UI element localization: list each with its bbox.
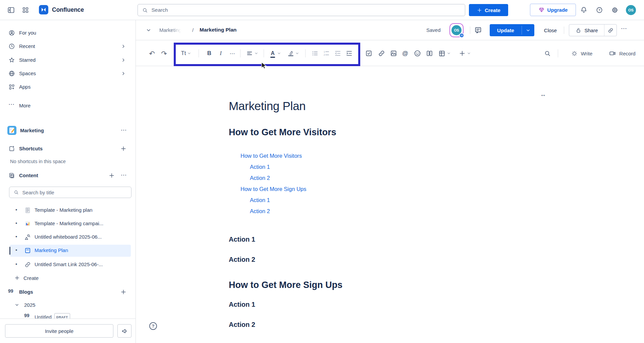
italic-button[interactable]: I bbox=[217, 49, 224, 58]
page-tree-item[interactable]: • Untitled whiteboard 2025-06... bbox=[0, 231, 136, 244]
update-button[interactable]: Update bbox=[490, 24, 534, 36]
chevron-right-icon[interactable] bbox=[120, 43, 126, 49]
action-heading[interactable]: Action 2 bbox=[229, 321, 255, 329]
page-title: Template - Marketing campai... bbox=[35, 220, 103, 226]
global-search[interactable] bbox=[138, 4, 465, 16]
create-button[interactable]: Create bbox=[469, 4, 508, 16]
expand-width-icon[interactable]: ↔ bbox=[540, 91, 546, 98]
upgrade-button[interactable]: Upgrade bbox=[530, 4, 576, 16]
add-content-icon[interactable] bbox=[108, 172, 115, 179]
close-button[interactable]: Close bbox=[540, 24, 560, 36]
presence-avatar[interactable]: OS O bbox=[449, 23, 464, 37]
content-section-header[interactable]: Content ⋯ bbox=[0, 169, 136, 182]
page-tree-item-selected[interactable]: • Marketing Plan bbox=[0, 244, 136, 257]
indent-icon[interactable] bbox=[345, 49, 353, 58]
share-button[interactable]: Share bbox=[569, 24, 604, 36]
toc-link[interactable]: Action 1 bbox=[250, 195, 306, 206]
action-heading[interactable]: Action 2 bbox=[229, 256, 255, 263]
page-more-actions-icon[interactable]: ⋯ bbox=[621, 25, 627, 32]
link-icon bbox=[607, 27, 614, 34]
global-search-input[interactable] bbox=[151, 7, 461, 13]
update-label[interactable]: Update bbox=[490, 24, 522, 36]
insert-link-icon[interactable] bbox=[378, 49, 385, 58]
add-blog-icon[interactable] bbox=[120, 289, 127, 295]
record-button[interactable]: Record bbox=[605, 49, 639, 58]
blog-year-group[interactable]: 2025 bbox=[0, 299, 136, 311]
emoji-icon[interactable] bbox=[414, 49, 421, 58]
editor-help-button[interactable]: ? bbox=[149, 322, 157, 330]
feedback-button[interactable] bbox=[117, 324, 131, 338]
content-search-input[interactable] bbox=[22, 190, 127, 195]
text-style-dropdown[interactable]: Tt bbox=[178, 49, 194, 58]
table-icon bbox=[438, 50, 446, 57]
update-options-chevron[interactable] bbox=[522, 24, 534, 36]
layouts-columns-icon[interactable] bbox=[426, 49, 433, 58]
highlight-color-dropdown[interactable] bbox=[286, 49, 301, 58]
sidebar-item-spaces[interactable]: Spaces bbox=[0, 67, 136, 80]
sidebar-item-more[interactable]: ⋯ More bbox=[0, 100, 136, 112]
heading-signups[interactable]: How to Get More Sign Ups bbox=[229, 280, 342, 290]
sidebar-item-apps[interactable]: Apps bbox=[0, 81, 136, 93]
sidebar-item-recent[interactable]: Recent bbox=[0, 40, 136, 52]
toc-link[interactable]: Action 2 bbox=[250, 173, 306, 184]
bold-button[interactable]: B bbox=[205, 49, 214, 58]
insert-image-icon[interactable] bbox=[390, 49, 397, 58]
undo-icon[interactable]: ↶ bbox=[148, 49, 156, 58]
shortcuts-empty-text: No shortcuts in this space bbox=[10, 159, 66, 164]
heading-visitors[interactable]: How to Get More Visitors bbox=[229, 127, 336, 138]
chevron-right-icon[interactable] bbox=[120, 70, 126, 77]
space-more-icon[interactable]: ⋯ bbox=[121, 127, 127, 134]
text-color-dropdown[interactable]: A bbox=[269, 49, 283, 58]
app-switcher-icon[interactable] bbox=[22, 6, 29, 14]
collapse-sidebar-icon[interactable] bbox=[7, 6, 15, 14]
shortcuts-section-header[interactable]: Shortcuts bbox=[0, 143, 136, 155]
breadcrumb-page[interactable]: Marketing Plan bbox=[200, 27, 236, 33]
page-tree-item[interactable]: • Untitled Smart Link 2025-06-... bbox=[0, 258, 136, 271]
page-tree-chevron-icon[interactable] bbox=[145, 27, 152, 34]
copy-link-button[interactable] bbox=[604, 24, 616, 36]
alignment-dropdown[interactable] bbox=[245, 49, 259, 58]
content-more-icon[interactable]: ⋯ bbox=[121, 172, 127, 179]
user-avatar[interactable]: OS bbox=[626, 5, 636, 15]
create-page-label: Create bbox=[23, 275, 39, 281]
toc-link[interactable]: Action 2 bbox=[250, 206, 306, 217]
comment-icon[interactable] bbox=[474, 26, 482, 34]
plus-icon bbox=[477, 7, 482, 13]
content-search[interactable] bbox=[9, 187, 131, 198]
blogs-section-header[interactable]: 99 Blogs bbox=[0, 286, 136, 298]
help-icon[interactable] bbox=[596, 6, 603, 14]
task-checkbox-icon[interactable] bbox=[365, 49, 373, 58]
insert-more-dropdown[interactable] bbox=[457, 49, 473, 58]
document-title[interactable]: Marketing Plan bbox=[229, 99, 306, 113]
bullet-list-icon[interactable] bbox=[311, 49, 319, 58]
chevron-down-icon[interactable] bbox=[14, 302, 20, 308]
insert-table-dropdown[interactable] bbox=[437, 49, 452, 58]
action-heading[interactable]: Action 1 bbox=[229, 236, 255, 243]
numbered-list-icon[interactable] bbox=[322, 49, 330, 58]
ai-write-button[interactable]: Write bbox=[568, 49, 595, 58]
page-tree-item[interactable]: • Template - Marketing plan bbox=[0, 204, 136, 217]
content-label: Content bbox=[19, 172, 38, 179]
outdent-icon[interactable] bbox=[334, 49, 342, 58]
breadcrumb-space[interactable]: Marketing bbox=[159, 27, 181, 33]
sidebar-item-starred[interactable]: Starred bbox=[0, 54, 136, 66]
text-format-more-icon[interactable]: ⋯ bbox=[228, 49, 237, 58]
add-shortcut-icon[interactable] bbox=[120, 145, 127, 152]
invite-people-button[interactable]: Invite people bbox=[5, 324, 113, 338]
redo-icon[interactable]: ↷ bbox=[160, 49, 168, 58]
editor-canvas[interactable]: ↔ Marketing Plan How to Get More Visitor… bbox=[136, 66, 644, 343]
notifications-bell-icon[interactable] bbox=[580, 6, 588, 14]
action-heading[interactable]: Action 1 bbox=[229, 301, 255, 308]
sidebar-item-for-you[interactable]: For you bbox=[0, 27, 136, 39]
chevron-right-icon[interactable] bbox=[120, 57, 126, 63]
toc-link[interactable]: How to Get More Sign Ups bbox=[240, 184, 306, 195]
page-tree-item[interactable]: • Template - Marketing campai... bbox=[0, 217, 136, 230]
confluence-logo[interactable] bbox=[39, 5, 48, 16]
settings-gear-icon[interactable] bbox=[611, 6, 619, 14]
toc-link[interactable]: How to Get More Visitors bbox=[240, 150, 306, 161]
mention-icon[interactable]: @ bbox=[401, 49, 409, 58]
find-replace-icon[interactable] bbox=[544, 49, 551, 58]
toc-link[interactable]: Action 1 bbox=[250, 161, 306, 173]
create-page-button[interactable]: Create bbox=[0, 272, 136, 285]
space-header-marketing[interactable]: Marketing ⋯ bbox=[0, 125, 136, 137]
